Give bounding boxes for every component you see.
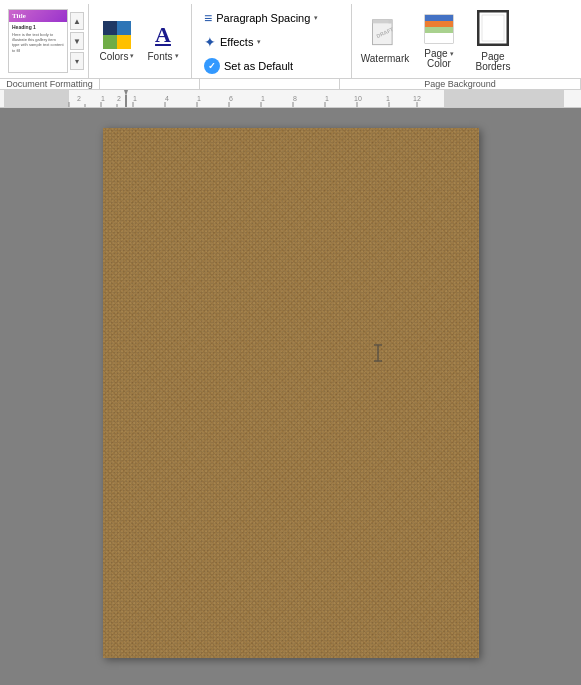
- paragraph-spacing-arrow: ▾: [314, 14, 318, 22]
- text-cursor: [368, 343, 388, 366]
- document-page[interactable]: [103, 128, 479, 658]
- svg-rect-3: [389, 20, 393, 24]
- paragraph-spacing-icon: ≡: [204, 10, 212, 26]
- svg-text:2: 2: [117, 95, 121, 102]
- svg-text:1: 1: [325, 95, 329, 102]
- theme-preview[interactable]: Title Heading 1 Here is the text body to…: [8, 9, 68, 73]
- set-default-label: Set as Default: [224, 60, 293, 72]
- theme-body-text: Here is the text body to illustrate this…: [9, 31, 67, 54]
- swatch-yellow: [117, 35, 131, 49]
- doc-formatting-spacer: [100, 79, 200, 89]
- svg-text:1: 1: [101, 95, 105, 102]
- watermark-icon: DRAFT: [369, 18, 401, 50]
- ribbon: Title Heading 1 Here is the text body to…: [0, 0, 581, 90]
- page-bg-label: Page Background: [340, 79, 581, 89]
- colors-dropdown-arrow: ▾: [130, 52, 134, 60]
- scroll-up-button[interactable]: ▲: [70, 12, 84, 30]
- theme-scroll-controls: ▲ ▼ ▾: [70, 12, 84, 70]
- ruler: 2 1 2 1 4 1 6 1 8 1 10 1 12: [0, 90, 581, 108]
- svg-text:1: 1: [386, 95, 390, 102]
- svg-text:1: 1: [197, 95, 201, 102]
- svg-text:12: 12: [413, 95, 421, 102]
- svg-rect-5: [425, 15, 453, 21]
- page-color-icon: [423, 13, 455, 45]
- ruler-svg: 2 1 2 1 4 1 6 1 8 1 10 1 12: [4, 90, 564, 108]
- svg-rect-9: [478, 11, 508, 45]
- svg-text:2: 2: [77, 95, 81, 102]
- colors-label: Colors ▾: [100, 51, 135, 62]
- page-borders-button[interactable]: Page Borders: [468, 9, 518, 73]
- scroll-expand-button[interactable]: ▾: [70, 52, 84, 70]
- doc-formatting-label: Document Formatting: [0, 79, 100, 89]
- svg-text:6: 6: [229, 95, 233, 102]
- colors-button[interactable]: Colors ▾: [95, 9, 139, 73]
- svg-text:1: 1: [261, 95, 265, 102]
- scroll-down-button[interactable]: ▼: [70, 32, 84, 50]
- colors-swatch-icon: [103, 21, 131, 49]
- set-default-button[interactable]: ✓ Set as Default: [200, 56, 343, 76]
- svg-text:1: 1: [133, 95, 137, 102]
- swatch-blue: [117, 21, 131, 35]
- page-color-arrow: ▾: [450, 50, 454, 58]
- page-borders-icon: [477, 10, 509, 48]
- theme-heading-label: Heading 1: [9, 23, 67, 31]
- page-color-sublabel: Color: [427, 58, 451, 69]
- svg-rect-8: [425, 33, 453, 43]
- paragraph-spacing-label: Paragraph Spacing: [216, 12, 310, 24]
- svg-rect-6: [425, 21, 453, 27]
- weave-overlay: [103, 128, 479, 658]
- svg-rect-51: [103, 128, 479, 658]
- svg-rect-11: [4, 90, 69, 108]
- watermark-label: Watermark: [361, 53, 410, 64]
- effects-button[interactable]: ✦ Effects ▾: [200, 32, 343, 52]
- ribbon-group-labels: Document Formatting Page Background: [0, 78, 581, 89]
- theme-group: Title Heading 1 Here is the text body to…: [4, 4, 89, 78]
- svg-text:10: 10: [354, 95, 362, 102]
- fonts-button[interactable]: A Fonts ▾: [141, 9, 185, 73]
- effects-arrow: ▾: [257, 38, 261, 46]
- ruler-content: 2 1 2 1 4 1 6 1 8 1 10 1 12: [4, 90, 577, 107]
- theme-title-label: Title: [9, 10, 67, 22]
- fonts-a-icon: A: [149, 21, 177, 49]
- swatch-dark-blue: [103, 21, 117, 35]
- svg-text:4: 4: [165, 95, 169, 102]
- effects-label: Effects: [220, 36, 253, 48]
- svg-text:8: 8: [293, 95, 297, 102]
- colors-fonts-group: Colors ▾ A Fonts ▾: [89, 4, 192, 78]
- swatch-green: [103, 35, 117, 49]
- canvas-area[interactable]: [0, 108, 581, 685]
- svg-rect-7: [425, 27, 453, 33]
- ribbon-content: Title Heading 1 Here is the text body to…: [0, 0, 581, 78]
- page-borders-sublabel: Borders: [475, 61, 510, 72]
- svg-rect-13: [444, 90, 564, 108]
- fonts-dropdown-arrow: ▾: [175, 52, 179, 60]
- page-background-group: DRAFT Watermark: [352, 4, 526, 78]
- svg-rect-42: [125, 95, 127, 108]
- paragraph-spacing-button[interactable]: ≡ Paragraph Spacing ▾: [200, 8, 343, 28]
- paragraph-group: ≡ Paragraph Spacing ▾ ✦ Effects ▾ ✓ Set …: [192, 4, 352, 78]
- effects-icon: ✦: [204, 34, 216, 50]
- watermark-button[interactable]: DRAFT Watermark: [360, 9, 410, 73]
- doc-formatting-spacer2: [200, 79, 340, 89]
- fonts-label: Fonts ▾: [147, 51, 178, 62]
- checkmark-icon: ✓: [204, 58, 220, 74]
- page-color-button[interactable]: Page ▾ Color: [414, 9, 464, 73]
